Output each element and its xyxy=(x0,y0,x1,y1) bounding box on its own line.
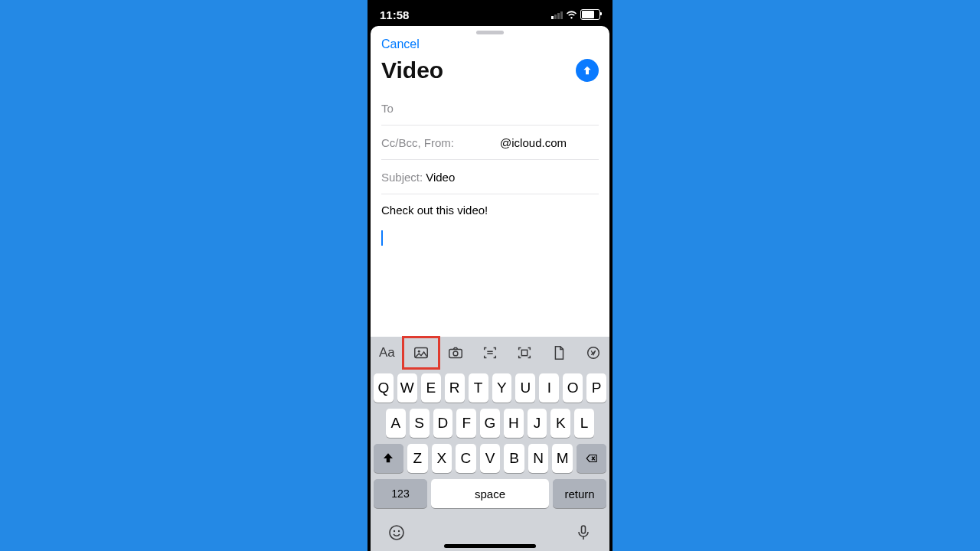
key-q[interactable]: Q xyxy=(374,373,394,403)
text-format-button[interactable]: Aa xyxy=(378,343,396,363)
svg-point-6 xyxy=(390,526,403,540)
format-toolbar: Aa xyxy=(371,337,609,369)
key-n[interactable]: N xyxy=(528,444,549,473)
ccbcc-from-label: Cc/Bcc, From: xyxy=(381,136,454,149)
svg-point-1 xyxy=(418,350,420,353)
camera-icon xyxy=(447,344,464,361)
scan-text-button[interactable] xyxy=(482,343,499,363)
key-d[interactable]: D xyxy=(433,409,453,438)
to-field[interactable]: To xyxy=(381,91,599,126)
text-cursor xyxy=(381,230,383,246)
key-u[interactable]: U xyxy=(515,373,535,403)
scan-document-button[interactable] xyxy=(515,343,533,363)
key-k[interactable]: K xyxy=(550,409,570,438)
svg-rect-9 xyxy=(582,526,586,533)
key-v[interactable]: V xyxy=(480,444,501,473)
key-x[interactable]: X xyxy=(432,444,452,473)
home-indicator[interactable] xyxy=(444,544,536,548)
svg-point-7 xyxy=(394,530,395,532)
key-g[interactable]: G xyxy=(480,409,500,438)
mode-123-key[interactable]: 123 xyxy=(374,479,427,508)
key-w[interactable]: W xyxy=(397,373,417,403)
key-p[interactable]: P xyxy=(586,373,606,403)
attach-file-button[interactable] xyxy=(550,343,567,363)
key-e[interactable]: E xyxy=(421,373,441,403)
battery-icon xyxy=(580,9,600,20)
send-button[interactable] xyxy=(576,59,599,82)
scan-doc-icon xyxy=(516,344,533,361)
svg-rect-4 xyxy=(521,350,527,355)
photo-library-button[interactable] xyxy=(413,343,430,363)
subject-value: Video xyxy=(426,171,455,184)
camera-button[interactable] xyxy=(447,343,465,363)
key-z[interactable]: Z xyxy=(407,444,428,473)
backspace-key[interactable] xyxy=(577,444,606,473)
keyboard: Q W E R T Y U I O P A S D xyxy=(371,369,609,517)
key-j[interactable]: J xyxy=(528,409,547,438)
dictation-button[interactable] xyxy=(574,523,593,545)
arrow-up-icon xyxy=(581,64,593,77)
emoji-button[interactable] xyxy=(387,523,406,545)
key-t[interactable]: T xyxy=(469,373,488,403)
shift-key[interactable] xyxy=(374,444,403,473)
microphone-icon xyxy=(574,523,593,542)
space-key[interactable]: space xyxy=(431,479,549,508)
key-a[interactable]: A xyxy=(386,409,406,438)
key-r[interactable]: R xyxy=(445,373,465,403)
key-c[interactable]: C xyxy=(456,444,476,473)
compose-sheet: Cancel Video To Cc/Bcc, From: @icloud.co… xyxy=(371,26,609,551)
svg-rect-2 xyxy=(449,349,462,357)
key-h[interactable]: H xyxy=(504,409,524,438)
backspace-icon xyxy=(585,452,599,465)
svg-point-3 xyxy=(453,351,458,356)
emoji-icon xyxy=(387,523,406,542)
screenshot-stage: 11:58 Cancel Video xyxy=(0,0,980,551)
status-bar: 11:58 xyxy=(368,0,612,29)
wifi-icon xyxy=(566,11,577,19)
phone-frame: 11:58 Cancel Video xyxy=(368,0,612,551)
key-b[interactable]: B xyxy=(504,444,524,473)
photo-icon xyxy=(413,344,430,361)
keyboard-area: Aa xyxy=(371,337,609,551)
cancel-button[interactable]: Cancel xyxy=(381,37,420,51)
markup-button[interactable] xyxy=(584,343,602,363)
ccbcc-from-field[interactable]: Cc/Bcc, From: @icloud.com xyxy=(381,126,599,160)
key-l[interactable]: L xyxy=(574,409,594,438)
shift-icon xyxy=(381,452,395,465)
body-text: Check out this video! xyxy=(381,204,599,217)
key-s[interactable]: S xyxy=(410,409,430,438)
to-label: To xyxy=(381,102,394,115)
cellular-icon xyxy=(551,11,563,19)
key-row-2: A S D F G H J K L xyxy=(374,409,606,438)
key-row-4: 123 space return xyxy=(374,479,606,508)
key-i[interactable]: I xyxy=(539,373,559,403)
status-time: 11:58 xyxy=(380,8,409,21)
key-f[interactable]: F xyxy=(456,409,476,438)
compose-title: Video xyxy=(381,57,576,83)
key-row-3: Z X C V B N M xyxy=(374,444,606,473)
key-y[interactable]: Y xyxy=(492,373,512,403)
status-icons xyxy=(551,9,600,20)
key-row-1: Q W E R T Y U I O P xyxy=(374,373,606,403)
from-address: @icloud.com xyxy=(500,136,567,149)
document-icon xyxy=(550,344,567,361)
return-key[interactable]: return xyxy=(553,479,606,508)
svg-point-8 xyxy=(398,530,400,532)
scan-text-icon xyxy=(482,344,498,361)
key-o[interactable]: O xyxy=(563,373,583,403)
key-m[interactable]: M xyxy=(552,444,573,473)
subject-field[interactable]: Subject: Video xyxy=(381,160,599,194)
markup-icon xyxy=(585,344,602,361)
subject-label: Subject: xyxy=(381,171,423,184)
